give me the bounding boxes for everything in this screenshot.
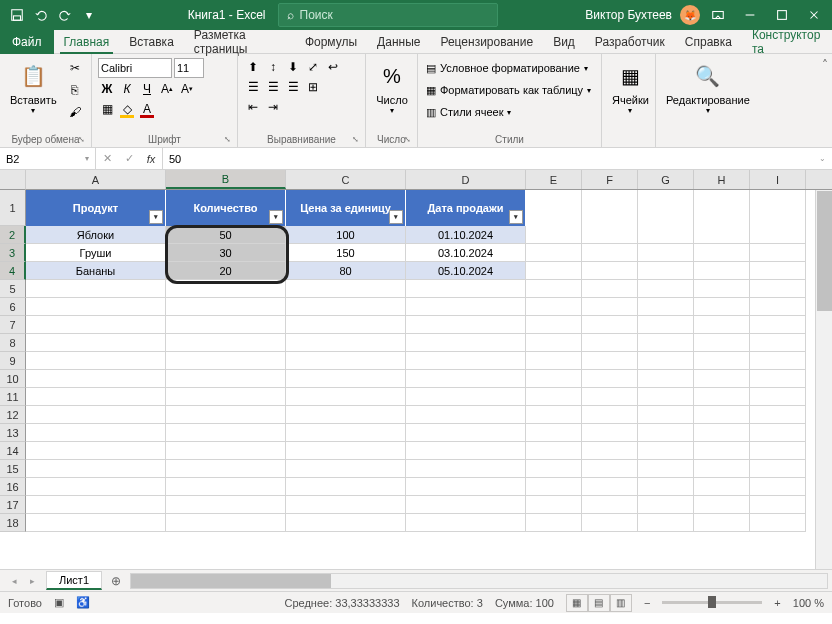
cell[interactable] — [526, 478, 582, 496]
cell[interactable] — [694, 442, 750, 460]
cell[interactable] — [166, 280, 286, 298]
cell[interactable] — [582, 460, 638, 478]
col-header-C[interactable]: C — [286, 170, 406, 189]
tab-view[interactable]: Вид — [543, 30, 585, 54]
cell[interactable] — [406, 352, 526, 370]
cell[interactable] — [286, 460, 406, 478]
cell[interactable] — [694, 424, 750, 442]
cell[interactable] — [406, 442, 526, 460]
cell-styles-button[interactable]: ▥Стили ячеек▾ — [424, 102, 593, 122]
cell[interactable] — [526, 442, 582, 460]
cell[interactable] — [26, 280, 166, 298]
cell[interactable] — [638, 478, 694, 496]
tab-review[interactable]: Рецензирование — [430, 30, 543, 54]
cell[interactable] — [750, 334, 806, 352]
cancel-formula-icon[interactable]: ✕ — [96, 148, 118, 169]
cell[interactable] — [582, 298, 638, 316]
cell[interactable] — [750, 226, 806, 244]
cell[interactable] — [26, 352, 166, 370]
cell[interactable] — [406, 478, 526, 496]
cell[interactable] — [638, 226, 694, 244]
row-header-11[interactable]: 11 — [0, 388, 26, 406]
cell[interactable]: 01.10.2024 — [406, 226, 526, 244]
merge-icon[interactable]: ⊞ — [304, 78, 322, 96]
cell[interactable] — [750, 406, 806, 424]
cell[interactable] — [526, 370, 582, 388]
paste-button[interactable]: 📋 Вставить ▾ — [6, 58, 61, 117]
select-all-corner[interactable] — [0, 170, 26, 190]
spreadsheet-grid[interactable]: 123456789101112131415161718 ABCDEFGHI Пр… — [0, 170, 832, 569]
cell[interactable] — [26, 478, 166, 496]
ribbon-options-icon[interactable] — [704, 1, 732, 29]
cells-button[interactable]: ▦ Ячейки ▾ — [608, 58, 653, 117]
cell[interactable] — [286, 406, 406, 424]
name-box[interactable]: B2 ▾ — [0, 148, 96, 169]
cell[interactable] — [750, 298, 806, 316]
cell[interactable] — [286, 334, 406, 352]
cell[interactable] — [166, 352, 286, 370]
cell[interactable] — [582, 496, 638, 514]
cell[interactable] — [582, 244, 638, 262]
cell[interactable] — [166, 388, 286, 406]
cell[interactable] — [26, 514, 166, 532]
row-header-12[interactable]: 12 — [0, 406, 26, 424]
cell[interactable] — [286, 424, 406, 442]
sheet-prev-icon[interactable]: ◂ — [6, 573, 22, 589]
cell[interactable] — [750, 442, 806, 460]
qat-dropdown-icon[interactable]: ▾ — [78, 4, 100, 26]
undo-icon[interactable] — [30, 4, 52, 26]
cell[interactable] — [26, 424, 166, 442]
tab-table-design[interactable]: Конструктор та — [742, 30, 832, 54]
cell[interactable] — [750, 514, 806, 532]
cell[interactable] — [286, 514, 406, 532]
cell[interactable] — [286, 316, 406, 334]
cell[interactable] — [406, 424, 526, 442]
view-normal-icon[interactable]: ▦ — [566, 594, 588, 612]
cell[interactable] — [694, 496, 750, 514]
row-header-6[interactable]: 6 — [0, 298, 26, 316]
wrap-text-icon[interactable]: ↩ — [324, 58, 342, 76]
col-header-F[interactable]: F — [582, 170, 638, 189]
cell[interactable] — [582, 316, 638, 334]
cell[interactable] — [694, 316, 750, 334]
cell[interactable] — [638, 352, 694, 370]
cell[interactable] — [526, 388, 582, 406]
align-left-icon[interactable]: ☰ — [244, 78, 262, 96]
tab-home[interactable]: Главная — [54, 30, 120, 54]
cell[interactable] — [166, 316, 286, 334]
cell[interactable] — [582, 424, 638, 442]
tab-file[interactable]: Файл — [0, 30, 54, 54]
cell[interactable] — [406, 298, 526, 316]
cell[interactable] — [694, 280, 750, 298]
row-header-10[interactable]: 10 — [0, 370, 26, 388]
cell[interactable]: 100 — [286, 226, 406, 244]
tab-insert[interactable]: Вставка — [119, 30, 184, 54]
cell[interactable] — [406, 316, 526, 334]
row-header-4[interactable]: 4 — [0, 262, 26, 280]
cell[interactable] — [526, 424, 582, 442]
cell[interactable]: Бананы — [26, 262, 166, 280]
filter-icon[interactable]: ▾ — [269, 210, 283, 224]
col-header-B[interactable]: B — [166, 170, 286, 189]
row-header-14[interactable]: 14 — [0, 442, 26, 460]
cell[interactable] — [694, 352, 750, 370]
row-header-13[interactable]: 13 — [0, 424, 26, 442]
view-page-layout-icon[interactable]: ▤ — [588, 594, 610, 612]
cell[interactable] — [26, 316, 166, 334]
fx-icon[interactable]: fx — [140, 148, 162, 169]
cell[interactable] — [694, 226, 750, 244]
cell[interactable] — [166, 496, 286, 514]
col-header-H[interactable]: H — [694, 170, 750, 189]
cell[interactable]: Яблоки — [26, 226, 166, 244]
font-grow-icon[interactable]: A▴ — [158, 80, 176, 98]
close-icon[interactable] — [800, 1, 828, 29]
view-page-break-icon[interactable]: ▥ — [610, 594, 632, 612]
cell[interactable] — [26, 442, 166, 460]
cell[interactable]: Груши — [26, 244, 166, 262]
align-right-icon[interactable]: ☰ — [284, 78, 302, 96]
border-icon[interactable]: ▦ — [98, 100, 116, 118]
cell[interactable] — [750, 280, 806, 298]
table-header-cell[interactable] — [694, 190, 750, 226]
copy-icon[interactable]: ⎘ — [65, 80, 85, 100]
cell[interactable] — [526, 496, 582, 514]
